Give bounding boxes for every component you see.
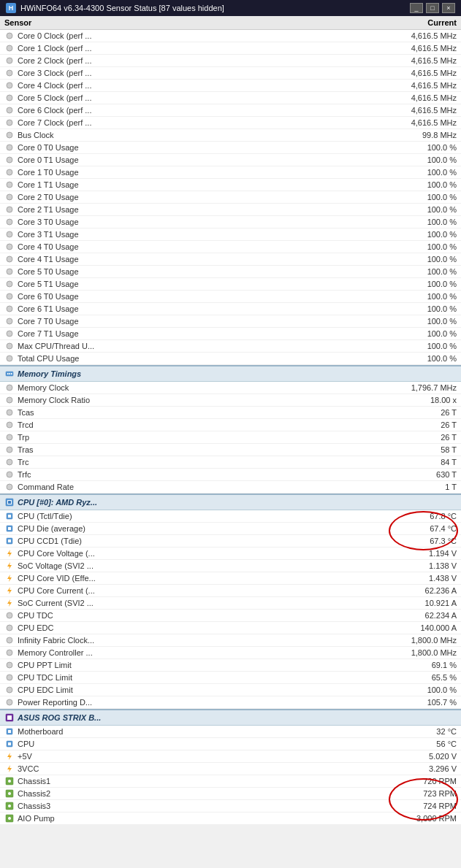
row-value: 62.234 A <box>369 611 457 620</box>
table-row: Core 2 Clock (perf ...4,616.5 MHz <box>0 55 461 67</box>
svg-point-25 <box>7 343 12 349</box>
row-label: Tcas <box>18 408 369 417</box>
row-label: Core 1 T0 Usage <box>18 168 369 177</box>
row-label: Memory Clock <box>18 383 369 392</box>
row-value: 18.00 x <box>369 396 457 404</box>
row-label: Chassis2 <box>18 789 369 798</box>
table-row: Command Rate1 T <box>0 481 461 493</box>
row-value: 100.0 % <box>369 242 457 251</box>
svg-point-8 <box>7 132 12 138</box>
row-value: 1.194 V <box>369 549 457 558</box>
table-row: CPU EDC Limit100.0 % <box>0 684 461 696</box>
row-value: 100.0 % <box>369 267 457 276</box>
table-row: Trfc630 T <box>0 469 461 481</box>
row-value: 100.0 % <box>369 168 457 177</box>
table-row: Core 6 T1 Usage100.0 % <box>0 303 461 315</box>
circle-icon <box>4 130 15 140</box>
svg-rect-28 <box>7 373 9 375</box>
row-label: Trp <box>18 433 369 442</box>
svg-point-57 <box>7 650 12 656</box>
table-row: Core 3 T1 Usage100.0 % <box>0 228 461 241</box>
chip-icon <box>4 511 15 521</box>
svg-rect-46 <box>8 527 11 530</box>
circle-icon <box>4 457 15 467</box>
row-value: 84 T <box>369 458 457 466</box>
row-label: CPU Die (average) <box>18 524 369 533</box>
table-row: Core 4 T0 Usage100.0 % <box>0 241 461 253</box>
svg-point-34 <box>7 422 12 428</box>
row-label: Power Reporting D... <box>18 698 369 707</box>
row-label: Core 7 Clock (perf ... <box>18 118 369 127</box>
row-value: 26 T <box>369 433 457 442</box>
svg-point-3 <box>7 70 12 76</box>
table-row: Trp26 T <box>0 431 461 444</box>
table-row: CPU56 °C <box>0 738 461 750</box>
svg-marker-49 <box>7 550 12 557</box>
asus-rows: Motherboard32 °CCPU56 °C+5V5.020 V3VCC3.… <box>0 726 461 825</box>
row-value: 100.0 % <box>369 193 457 201</box>
row-value: 26 T <box>369 408 457 417</box>
row-label: Core 1 T1 Usage <box>18 180 369 189</box>
table-row: CPU PPT Limit69.1 % <box>0 659 461 672</box>
svg-point-22 <box>7 306 12 312</box>
app-icon: H <box>6 3 16 13</box>
minimize-button[interactable]: _ <box>410 3 423 13</box>
row-label: Core 6 Clock (perf ... <box>18 106 369 115</box>
svg-point-23 <box>7 318 12 324</box>
row-label: CPU Core VID (Effe... <box>18 574 369 583</box>
table-row: Chassis3724 RPM <box>0 800 461 813</box>
row-value: 100.0 % <box>369 155 457 164</box>
row-value: 4,616.5 MHz <box>369 31 457 40</box>
table-row: CPU TDC Limit65.5 % <box>0 672 461 684</box>
row-label: CPU TDC <box>18 611 369 620</box>
circle-icon <box>4 407 15 418</box>
table-row: Core 0 Clock (perf ...4,616.5 MHz <box>0 30 461 42</box>
circle-icon <box>4 482 15 492</box>
table-row: Core 4 T1 Usage100.0 % <box>0 253 461 266</box>
circle-icon <box>4 316 15 326</box>
table-row: Tcas26 T <box>0 407 461 419</box>
svg-rect-67 <box>8 742 11 745</box>
row-label: CPU <box>18 740 369 748</box>
table-row: Core 1 Clock (perf ...4,616.5 MHz <box>0 42 461 55</box>
row-label: Max CPU/Thread U... <box>18 342 369 350</box>
circle-icon <box>4 105 15 115</box>
table-row: SoC Current (SVI2 ...10.921 A <box>0 597 461 610</box>
row-label: CPU PPT Limit <box>18 661 369 669</box>
table-row: Core 4 Clock (perf ...4,616.5 MHz <box>0 80 461 92</box>
circle-icon <box>4 167 15 177</box>
row-value: 67.3 °C <box>369 537 457 545</box>
table-row: Memory Clock Ratio18.00 x <box>0 394 461 407</box>
table-row: Core 5 Clock (perf ...4,616.5 MHz <box>0 92 461 104</box>
row-label: Memory Clock Ratio <box>18 396 369 404</box>
row-value: 4,616.5 MHz <box>369 44 457 53</box>
fan-icon <box>4 776 15 786</box>
row-label: SoC Current (SVI2 ... <box>18 599 369 607</box>
close-button[interactable]: × <box>442 3 455 13</box>
row-value: 1.438 V <box>369 574 457 583</box>
row-value: 56 °C <box>369 740 457 748</box>
table-row: CPU Core Current (...62.236 A <box>0 585 461 597</box>
row-value: 32 °C <box>369 727 457 736</box>
row-label: Motherboard <box>18 727 369 736</box>
circle-icon <box>4 266 15 277</box>
table-row: AIO Pump3,000 RPM <box>0 813 461 825</box>
svg-point-32 <box>7 397 12 403</box>
circle-icon <box>4 192 15 202</box>
svg-point-36 <box>7 447 12 453</box>
chip-icon <box>4 536 15 546</box>
svg-point-71 <box>8 780 11 783</box>
circle-icon <box>4 304 15 314</box>
table-row: Core 1 T0 Usage100.0 % <box>0 166 461 179</box>
row-label: Core 6 T1 Usage <box>18 304 369 313</box>
circle-icon <box>4 279 15 289</box>
row-label: Trfc <box>18 470 369 479</box>
table-row: Core 0 T0 Usage100.0 % <box>0 142 461 154</box>
row-value: 100.0 % <box>369 205 457 214</box>
row-value: 4,616.5 MHz <box>369 56 457 65</box>
row-value: 67.4 °C <box>369 524 457 533</box>
row-label: Trcd <box>18 420 369 429</box>
maximize-button[interactable]: □ <box>426 3 439 13</box>
table-row: Core 5 T0 Usage100.0 % <box>0 266 461 278</box>
row-label: CPU TDC Limit <box>18 673 369 682</box>
